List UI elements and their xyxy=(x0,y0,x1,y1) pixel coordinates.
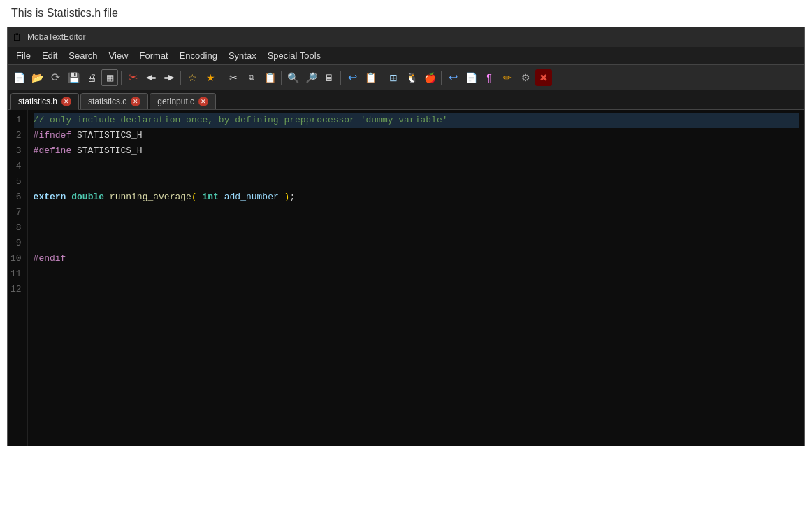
menu-file[interactable]: File xyxy=(10,48,36,63)
print-button[interactable]: 🖨 xyxy=(83,69,100,86)
toolbar-sep-2 xyxy=(180,71,181,85)
toolbar-sep-7 xyxy=(441,71,442,85)
toolbar-sep-5 xyxy=(340,71,341,85)
tab-statistics-c[interactable]: statistics.c ✕ xyxy=(80,93,148,109)
line-num-5: 5 xyxy=(10,174,22,190)
line-num-4: 4 xyxy=(10,159,22,174)
line-num-8: 8 xyxy=(10,220,22,236)
code-line-8 xyxy=(34,220,799,236)
tab-close-statistics-c[interactable]: ✕ xyxy=(131,97,140,106)
menu-edit[interactable]: Edit xyxy=(36,48,63,63)
linux-button[interactable]: 🐧 xyxy=(403,69,420,86)
new-file-button[interactable]: 📄 xyxy=(10,69,27,86)
line-num-1: 1 xyxy=(10,113,22,128)
code-line-12 xyxy=(34,282,799,297)
close-all-button[interactable]: ✖ xyxy=(535,69,552,86)
line-num-12: 12 xyxy=(10,282,22,297)
tabs-bar: statistics.h ✕ statistics.c ✕ getInput.c… xyxy=(8,90,804,110)
copy-button[interactable]: ⧉ xyxy=(243,69,260,86)
scissors-button[interactable]: ✂ xyxy=(225,69,242,86)
back-button[interactable]: ↩ xyxy=(444,69,461,86)
star-button[interactable]: ★ xyxy=(202,69,219,86)
toolbar-sep-1 xyxy=(121,71,122,85)
code-line-10: #endif xyxy=(34,251,799,266)
toolbar-sep-6 xyxy=(382,71,382,85)
indent-less-button[interactable]: ◀≡ xyxy=(143,69,159,86)
notes-button[interactable]: 📋 xyxy=(362,69,379,86)
menu-syntax[interactable]: Syntax xyxy=(223,48,262,63)
tab-close-getinput-c[interactable]: ✕ xyxy=(198,97,208,106)
tab-label-getinput-c: getInput.c xyxy=(157,97,194,106)
line-num-3: 3 xyxy=(10,143,22,159)
menu-search[interactable]: Search xyxy=(63,48,103,63)
line-num-6: 6 xyxy=(10,190,22,205)
reload-button[interactable]: ⟳ xyxy=(47,69,64,86)
page-description: This is Statistics.h file xyxy=(0,0,812,27)
menu-bar: File Edit Search View Format Encoding Sy… xyxy=(8,47,804,65)
code-line-4 xyxy=(34,159,799,174)
title-bar-icon: 🗒 xyxy=(12,31,23,43)
sync-left-button[interactable]: ↩ xyxy=(344,69,361,86)
cut-button[interactable]: ✂ xyxy=(124,69,141,86)
line-num-7: 7 xyxy=(10,205,22,220)
code-line-7 xyxy=(34,205,799,220)
edit-button[interactable]: ✏ xyxy=(499,69,516,86)
toolbar-sep-4 xyxy=(281,71,282,85)
tab-getinput-c[interactable]: getInput.c ✕ xyxy=(150,93,216,109)
gear-button[interactable]: ⚙ xyxy=(517,69,534,86)
code-line-9 xyxy=(34,236,799,251)
title-bar: 🗒 MobaTextEditor xyxy=(8,27,804,47)
monitor-button[interactable]: 🖥 xyxy=(321,69,338,86)
code-line-5 xyxy=(34,174,799,190)
menu-special-tools[interactable]: Special Tools xyxy=(262,48,326,63)
windows-button[interactable]: ⊞ xyxy=(385,69,402,86)
code-line-3: #define STATISTICS_H xyxy=(34,143,799,159)
code-line-6: extern double running_average( int add_n… xyxy=(34,190,799,205)
tab-label-statistics-c: statistics.c xyxy=(88,97,126,106)
line-num-11: 11 xyxy=(10,266,22,282)
title-bar-text: MobaTextEditor xyxy=(27,32,85,42)
save-button[interactable]: 💾 xyxy=(65,69,82,86)
paste-button[interactable]: 📋 xyxy=(261,69,278,86)
code-line-2: #ifndef STATISTICS_H xyxy=(34,128,799,143)
code-container: 1 2 3 4 5 6 7 8 9 10 11 12 // only inclu… xyxy=(8,110,804,446)
open-button[interactable]: 📂 xyxy=(29,69,45,86)
mac-button[interactable]: 🍎 xyxy=(421,69,438,86)
document-button[interactable]: 📄 xyxy=(463,69,479,86)
paragraph-button[interactable]: ¶ xyxy=(481,69,498,86)
toolbar: 📄 📂 ⟳ 💾 🖨 ▦ ✂ ◀≡ ≡▶ ☆ ★ ✂ ⧉ 📋 🔍 🔎 🖥 ↩ 📋 … xyxy=(8,65,804,90)
indent-more-button[interactable]: ≡▶ xyxy=(161,69,177,86)
editor-window: 🗒 MobaTextEditor File Edit Search View F… xyxy=(7,27,805,446)
menu-encoding[interactable]: Encoding xyxy=(174,48,223,63)
code-content[interactable]: // only include declaration once, by def… xyxy=(28,110,804,446)
find-button[interactable]: 🔎 xyxy=(303,69,319,86)
line-num-9: 9 xyxy=(10,236,22,251)
tab-statistics-h[interactable]: statistics.h ✕ xyxy=(10,93,79,110)
tab-close-statistics-h[interactable]: ✕ xyxy=(61,97,71,106)
line-num-2: 2 xyxy=(10,128,22,143)
zoom-button[interactable]: 🔍 xyxy=(284,69,301,86)
code-line-1: // only include declaration once, by def… xyxy=(34,113,799,128)
bookmark-button[interactable]: ☆ xyxy=(184,69,201,86)
toolbar-sep-3 xyxy=(222,71,222,85)
line-num-10: 10 xyxy=(10,251,22,266)
menu-format[interactable]: Format xyxy=(134,48,174,63)
menu-view[interactable]: View xyxy=(103,48,134,63)
code-line-11 xyxy=(34,266,799,282)
line-numbers: 1 2 3 4 5 6 7 8 9 10 11 12 xyxy=(8,110,28,446)
tab-label-statistics-h: statistics.h xyxy=(18,97,57,106)
view-toggle-button[interactable]: ▦ xyxy=(101,69,118,86)
